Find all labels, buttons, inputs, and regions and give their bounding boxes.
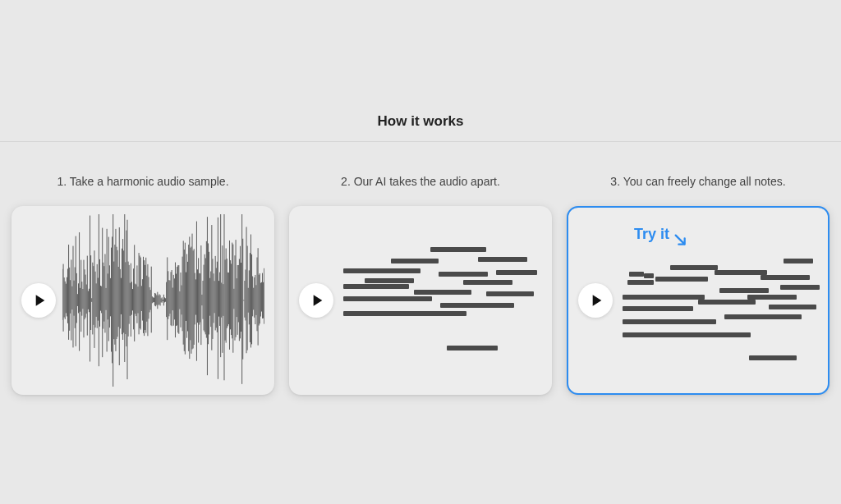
play-icon [34,294,47,307]
step-2: 2. Our AI takes the audio apart. [289,175,552,395]
note-bar[interactable] [623,306,693,311]
arrow-down-right-icon [673,232,691,250]
note-bar [343,296,432,301]
note-bar[interactable] [623,319,716,324]
note-bar [343,311,466,316]
note-bar [391,259,439,263]
section-title: How it works [0,113,841,130]
note-bar [343,268,420,273]
note-bar[interactable] [655,277,708,282]
note-bar[interactable] [719,288,769,293]
note-bar [486,291,534,296]
step-3-card[interactable]: Try it [567,206,830,395]
note-bar[interactable] [698,300,756,305]
note-bar[interactable] [749,355,797,360]
steps-row: 1. Take a harmonic audio sample. 2. Our … [0,175,841,395]
note-bar [496,270,537,275]
note-bar[interactable] [761,275,810,280]
step-2-card [289,206,552,395]
note-bar[interactable] [715,270,767,275]
note-bar [365,278,414,283]
step-1-label: 1. Take a harmonic audio sample. [57,175,228,188]
step-1-card [11,206,274,395]
note-bar [430,247,486,252]
note-bar[interactable] [644,273,654,278]
note-bar [478,257,527,262]
note-bar[interactable] [780,285,820,290]
note-bar [463,280,512,285]
play-icon [591,294,604,307]
notes-area-2 [340,214,552,395]
note-bar [414,290,471,295]
step-1: 1. Take a harmonic audio sample. [11,175,274,395]
note-bar[interactable] [629,272,644,277]
note-bar [343,284,409,289]
step-3: 3. You can freely change all notes. Try … [567,175,830,395]
note-bar[interactable] [769,305,816,309]
step-3-label: 3. You can freely change all notes. [610,175,785,188]
note-bar[interactable] [784,259,813,263]
step-2-label: 2. Our AI takes the audio apart. [341,175,500,188]
note-bar [440,303,514,308]
note-bar[interactable] [747,295,797,300]
note-bar [447,346,498,351]
play-button-2[interactable] [299,283,333,318]
play-icon [311,294,324,307]
how-it-works-section: How it works 1. Take a harmonic audio sa… [0,0,841,395]
note-bar[interactable] [627,280,654,285]
play-button-1[interactable] [21,283,56,318]
note-bar[interactable] [724,314,802,319]
waveform-graphic [62,214,264,387]
note-bar[interactable] [670,265,718,270]
play-button-3[interactable] [578,283,613,318]
try-it-text: Try it [634,226,669,243]
try-it-callout: Try it [634,226,691,250]
note-bar [439,272,488,277]
note-bar[interactable] [623,332,751,337]
divider [0,141,841,142]
waveform-area [62,214,264,387]
note-bar[interactable] [623,295,705,300]
